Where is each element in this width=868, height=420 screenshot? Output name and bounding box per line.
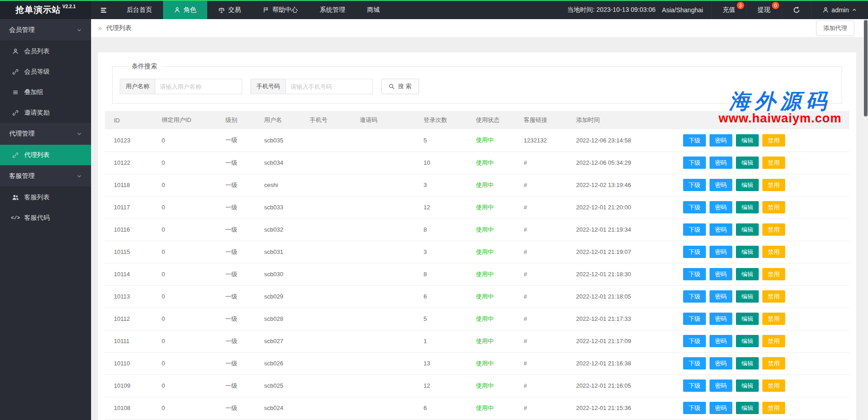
action-edit-button[interactable]: 编辑 [736, 380, 759, 392]
action-edit-button[interactable]: 编辑 [736, 246, 759, 258]
sidebar-item-label: 代理列表 [24, 151, 50, 159]
sidebar-item-invite-reward[interactable]: 邀请奖励 [0, 102, 91, 123]
action-edit-button[interactable]: 编辑 [736, 223, 759, 236]
sidebar-item-service-code[interactable]: </>客服代码 [0, 207, 91, 228]
action-disable-button[interactable]: 禁用 [762, 201, 785, 213]
action-disable-button[interactable]: 禁用 [762, 290, 785, 303]
action-sublevel-button[interactable]: 下级 [683, 134, 706, 147]
action-sublevel-button[interactable]: 下级 [683, 380, 706, 392]
sidebar-item-service-list[interactable]: 客服列表 [0, 187, 91, 207]
action-disable-button[interactable]: 禁用 [762, 246, 785, 258]
action-edit-button[interactable]: 编辑 [736, 268, 759, 280]
table-row: 101180一级ceshi3使用中#2022-12-02 13:19:46下级密… [105, 174, 849, 196]
action-password-button[interactable]: 密码 [710, 357, 732, 369]
action-disable-button[interactable]: 禁用 [762, 380, 785, 392]
action-sublevel-button[interactable]: 下级 [683, 313, 706, 325]
action-disable-button[interactable]: 禁用 [762, 157, 785, 169]
cell-service-link: # [519, 330, 572, 352]
action-password-button[interactable]: 密码 [710, 223, 732, 236]
action-edit-button[interactable]: 编辑 [736, 290, 759, 303]
cell-username: scb027 [260, 330, 305, 352]
sidebar-section-agent[interactable]: 代理管理 [0, 123, 91, 145]
search-button[interactable]: 搜 索 [381, 79, 419, 94]
action-edit-button[interactable]: 编辑 [736, 134, 759, 147]
nav-item-role[interactable]: 角色 [163, 1, 207, 19]
table-row: 101150一级scb0313使用中#2022-12-01 21:19:07下级… [105, 241, 849, 263]
action-disable-button[interactable]: 禁用 [762, 223, 785, 236]
action-sublevel-button[interactable]: 下级 [683, 157, 706, 169]
action-edit-button[interactable]: 编辑 [736, 157, 759, 169]
add-agent-button[interactable]: 添加代理 [816, 20, 854, 36]
sidebar-item-member-list[interactable]: 会员列表 [0, 41, 91, 61]
vertical-scrollbar[interactable] [863, 19, 868, 420]
action-password-button[interactable]: 密码 [710, 380, 732, 392]
action-password-button[interactable]: 密码 [710, 335, 732, 347]
action-disable-button[interactable]: 禁用 [762, 268, 785, 280]
action-sublevel-button[interactable]: 下级 [683, 201, 706, 213]
action-password-button[interactable]: 密码 [710, 268, 732, 280]
refresh-button[interactable] [781, 1, 811, 19]
action-sublevel-button[interactable]: 下级 [683, 179, 706, 191]
cell-phone [305, 397, 355, 419]
phone-input[interactable] [286, 79, 373, 94]
action-password-button[interactable]: 密码 [710, 402, 732, 414]
top-accent-line [0, 0, 868, 1]
cell-actions: 下级密码编辑禁用 [679, 241, 849, 263]
cell-id: 10109 [105, 374, 157, 397]
withdraw-label: 提现 [758, 6, 771, 14]
action-sublevel-button[interactable]: 下级 [683, 268, 706, 280]
action-sublevel-button[interactable]: 下级 [683, 357, 706, 369]
breadcrumb-bar: » 代理列表 添加代理 [91, 19, 868, 37]
action-sublevel-button[interactable]: 下级 [683, 402, 706, 414]
action-sublevel-button[interactable]: 下级 [683, 335, 706, 347]
main-area: » 代理列表 添加代理 条件搜索 用户名称 手机号码 搜 [91, 19, 868, 420]
nav-item-help[interactable]: 帮助中心 [252, 1, 309, 19]
action-password-button[interactable]: 密码 [710, 179, 732, 191]
column-header-level: 级别 [221, 111, 260, 129]
nav-item-trade[interactable]: 交易 [207, 1, 252, 19]
action-edit-button[interactable]: 编辑 [736, 179, 759, 191]
withdraw-button[interactable]: 提现 0 [746, 1, 781, 19]
action-password-button[interactable]: 密码 [710, 246, 732, 258]
action-disable-button[interactable]: 禁用 [762, 134, 785, 147]
action-edit-button[interactable]: 编辑 [736, 335, 759, 347]
recharge-button[interactable]: 充值 3 [711, 1, 746, 19]
action-disable-button[interactable]: 禁用 [762, 357, 785, 369]
sidebar-item-member-level[interactable]: 会员等级 [0, 61, 91, 82]
hamburger-icon[interactable] [91, 1, 116, 19]
action-disable-button[interactable]: 禁用 [762, 402, 785, 414]
action-password-button[interactable]: 密码 [710, 201, 732, 213]
action-sublevel-button[interactable]: 下级 [683, 223, 706, 236]
user-menu[interactable]: admin [811, 1, 868, 19]
nav-item-mall[interactable]: 商城 [356, 1, 391, 19]
scrollbar-thumb[interactable] [864, 20, 868, 116]
action-sublevel-button[interactable]: 下级 [683, 246, 706, 258]
nav-item-home[interactable]: 后台首页 [116, 1, 163, 19]
cell-phone [305, 174, 355, 196]
action-edit-button[interactable]: 编辑 [736, 357, 759, 369]
action-sublevel-button[interactable]: 下级 [683, 290, 706, 303]
action-edit-button[interactable]: 编辑 [736, 402, 759, 414]
table-row: 101130一级scb0296使用中#2022-12-01 21:18:05下级… [105, 285, 849, 308]
action-edit-button[interactable]: 编辑 [736, 201, 759, 213]
cell-status: 使用中 [471, 352, 519, 374]
action-password-button[interactable]: 密码 [710, 134, 732, 147]
action-password-button[interactable]: 密码 [710, 157, 732, 169]
action-password-button[interactable]: 密码 [710, 290, 732, 303]
action-edit-button[interactable]: 编辑 [736, 313, 759, 325]
username-input[interactable] [155, 79, 242, 94]
sidebar-item-agent-list[interactable]: 代理列表 [0, 145, 91, 165]
sidebar-section-member[interactable]: 会员管理 [0, 19, 91, 41]
action-disable-button[interactable]: 禁用 [762, 179, 785, 191]
sidebar-item-label: 会员等级 [24, 68, 50, 76]
cell-level: 一级 [221, 196, 260, 218]
action-disable-button[interactable]: 禁用 [762, 335, 785, 347]
nav-item-system[interactable]: 系统管理 [309, 1, 356, 19]
refresh-icon [793, 6, 800, 14]
cell-bind-user-id: 0 [157, 196, 221, 218]
action-disable-button[interactable]: 禁用 [762, 313, 785, 325]
action-password-button[interactable]: 密码 [710, 313, 732, 325]
cell-invite-code [355, 330, 419, 352]
sidebar-section-service[interactable]: 客服管理 [0, 165, 91, 187]
sidebar-item-stack-group[interactable]: 叠加组 [0, 82, 91, 102]
